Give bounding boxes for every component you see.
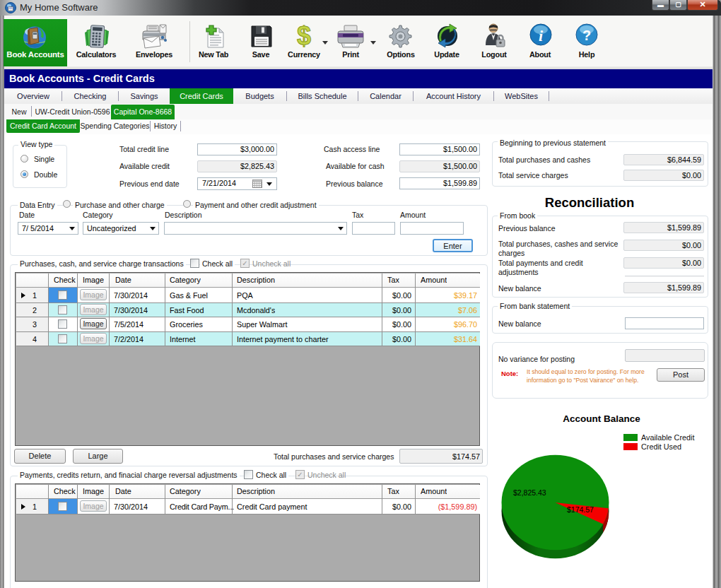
- svg-text:$: $: [297, 22, 311, 50]
- svg-text:$2,825.43: $2,825.43: [513, 488, 546, 497]
- svg-text:i: i: [539, 27, 544, 45]
- svg-text:?: ?: [582, 28, 591, 43]
- svg-text:$174.57: $174.57: [567, 505, 594, 514]
